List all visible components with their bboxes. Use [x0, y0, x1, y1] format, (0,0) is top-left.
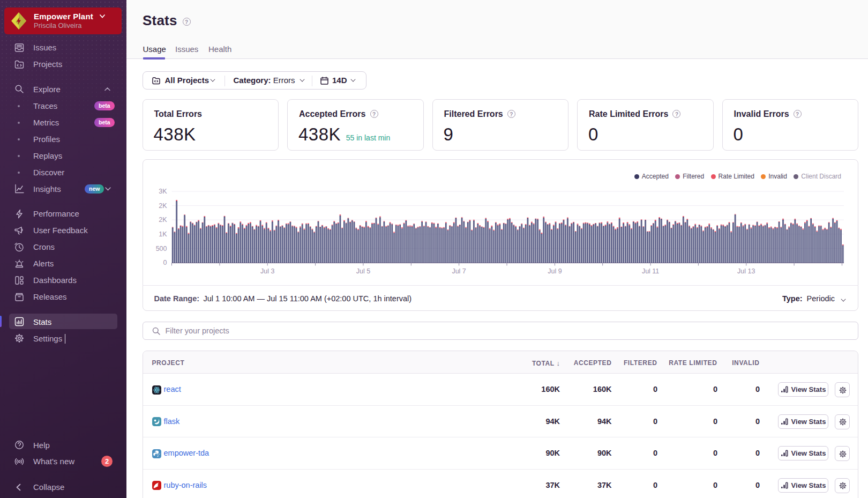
svg-text:Jul 11: Jul 11: [641, 267, 659, 275]
svg-text:Jul 13: Jul 13: [737, 267, 755, 275]
svg-text:Jul 5: Jul 5: [356, 267, 370, 275]
svg-text:0: 0: [163, 259, 167, 266]
svg-text:2K: 2K: [159, 216, 167, 224]
svg-text:Jul 7: Jul 7: [452, 267, 466, 275]
svg-text:Jul 9: Jul 9: [548, 267, 562, 275]
svg-text:2K: 2K: [159, 202, 167, 210]
svg-text:500: 500: [155, 245, 167, 252]
svg-text:3K: 3K: [159, 188, 167, 195]
svg-text:Jul 3: Jul 3: [260, 267, 274, 275]
svg-text:1K: 1K: [159, 231, 167, 238]
